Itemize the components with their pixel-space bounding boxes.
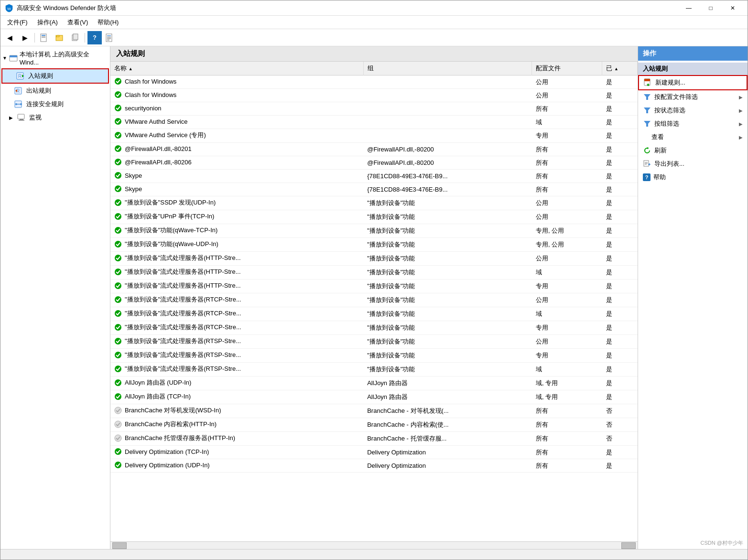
table-row[interactable]: VMware Authd Service (专用)专用是 <box>110 129 638 143</box>
table-container[interactable]: 名称 ▲ 组 配置文件 已 ▲ Clash for Windows公用是 Cla… <box>110 62 638 541</box>
scroll-right[interactable] <box>621 542 636 549</box>
svg-point-23 <box>15 103 17 105</box>
menu-help[interactable]: 帮助(H) <box>93 16 123 29</box>
table-row[interactable]: Delivery Optimization (TCP-In)Delivery O… <box>110 446 638 459</box>
sidebar-item-monitor[interactable]: ▶ 监视 <box>0 111 110 124</box>
filter-profile-label: 按配置文件筛选 <box>654 93 698 101</box>
table-row[interactable]: @FirewallAPI.dll,-80206@FirewallAPI.dll,… <box>110 156 638 170</box>
horizontal-scrollbar[interactable] <box>110 541 638 549</box>
table-row[interactable]: Skype{78E1CD88-49E3-476E-B9...所有是 <box>110 170 638 183</box>
table-row[interactable]: AllJoyn 路由器 (TCP-In)AllJoyn 路由器域, 专用是 <box>110 390 638 404</box>
right-panel-view[interactable]: 查看 ▶ <box>638 130 748 144</box>
table-row[interactable]: "播放到设备"流式处理服务器(HTTP-Stre..."播放到设备"功能专用是 <box>110 280 638 293</box>
svg-marker-63 <box>644 121 650 127</box>
sidebar-item-inbound[interactable]: R 入站规则 <box>1 68 109 84</box>
cell-enabled: 否 <box>602 432 638 446</box>
cell-group: Delivery Optimization <box>363 446 532 459</box>
table-row[interactable]: Clash for Windows公用是 <box>110 89 638 102</box>
table-row[interactable]: securityonion所有是 <box>110 102 638 116</box>
menu-file[interactable]: 文件(F) <box>2 16 33 29</box>
outbound-rule-icon: R <box>14 86 23 96</box>
cell-enabled: 是 <box>602 266 638 280</box>
right-panel-filter-status[interactable]: 按状态筛选 ▶ <box>638 104 748 117</box>
cell-name: BranchCache 对等机发现(WSD-In) <box>110 404 363 418</box>
view-label: 查看 <box>651 133 664 141</box>
table-row[interactable]: BranchCache 内容检索(HTTP-In)BranchCache - 内… <box>110 418 638 432</box>
table-row[interactable]: "播放到设备"流式处理服务器(RTCP-Stre..."播放到设备"功能公用是 <box>110 293 638 307</box>
export-label: 导出列表... <box>654 160 684 168</box>
right-panel-filter-profile[interactable]: 按配置文件筛选 ▶ <box>638 90 748 104</box>
col-name[interactable]: 名称 ▲ <box>110 62 363 75</box>
sidebar-item-connection[interactable]: 连接安全规则 <box>0 97 110 111</box>
cell-group: "播放到设备"功能 <box>363 307 532 321</box>
cell-profile: 专用, 公用 <box>532 238 602 252</box>
cell-profile: 所有 <box>532 156 602 170</box>
svg-point-29 <box>115 91 121 98</box>
table-row[interactable]: Clash for Windows公用是 <box>110 75 638 89</box>
table-row[interactable]: "播放到设备"SSDP 发现(UDP-In)"播放到设备"功能公用是 <box>110 196 638 210</box>
main-window: W 高级安全 Windows Defender 防火墙 — □ ✕ 文件(F) … <box>0 0 748 560</box>
col-profile[interactable]: 配置文件 <box>532 62 602 75</box>
table-row[interactable]: Skype{78E1CD88-49E3-476E-B9...所有是 <box>110 183 638 196</box>
table-row[interactable]: VMware Authd Service域是 <box>110 116 638 129</box>
scroll-left[interactable] <box>112 542 127 549</box>
right-panel-refresh[interactable]: 刷新 <box>638 144 748 157</box>
svg-rect-3 <box>42 36 45 37</box>
status-bar <box>0 549 748 560</box>
right-panel: 操作 入站规则 新建规则... <box>638 46 748 549</box>
table-row[interactable]: AllJoyn 路由器 (UDP-In)AllJoyn 路由器域, 专用是 <box>110 377 638 390</box>
right-panel-filter-group[interactable]: 按组筛选 ▶ <box>638 117 748 130</box>
cell-profile: 公用 <box>532 75 602 89</box>
maximize-button[interactable]: □ <box>700 0 722 16</box>
table-row[interactable]: "播放到设备"流式处理服务器(RTSP-Stre..."播放到设备"功能域是 <box>110 363 638 377</box>
toolbar-back[interactable]: ◀ <box>2 31 17 44</box>
right-panel-help[interactable]: ? 帮助 <box>638 171 748 184</box>
table-row[interactable]: "播放到设备"流式处理服务器(RTSP-Stre..."播放到设备"功能专用是 <box>110 349 638 363</box>
table-row[interactable]: BranchCache 托管缓存服务器(HTTP-In)BranchCache … <box>110 432 638 446</box>
table-row[interactable]: "播放到设备"流式处理服务器(RTCP-Stre..."播放到设备"功能专用是 <box>110 321 638 335</box>
table-row[interactable]: "播放到设备"功能(qWave-UDP-In)"播放到设备"功能专用, 公用是 <box>110 238 638 252</box>
table-row[interactable]: BranchCache 对等机发现(WSD-In)BranchCache - 对… <box>110 404 638 418</box>
table-row[interactable]: Delivery Optimization (UDP-In)Delivery O… <box>110 459 638 473</box>
col-enabled[interactable]: 已 ▲ <box>602 62 638 75</box>
table-row[interactable]: "播放到设备"流式处理服务器(RTSP-Stre..."播放到设备"功能公用是 <box>110 335 638 349</box>
cell-enabled: 否 <box>602 404 638 418</box>
svg-point-52 <box>115 407 121 414</box>
toolbar-properties[interactable] <box>103 31 117 44</box>
menu-action[interactable]: 操作(A) <box>33 16 63 29</box>
sidebar-root[interactable]: ▼ 本地计算机 上的高级安全 Wind... <box>0 48 110 68</box>
svg-rect-12 <box>107 40 109 41</box>
right-panel-export[interactable]: 导出列表... <box>638 157 748 171</box>
cell-enabled: 是 <box>602 446 638 459</box>
toolbar-forward[interactable]: ▶ <box>18 31 32 44</box>
svg-rect-10 <box>107 37 111 38</box>
cell-enabled: 是 <box>602 210 638 224</box>
toolbar-copy[interactable] <box>68 31 82 44</box>
col-group[interactable]: 组 <box>363 62 532 75</box>
minimize-button[interactable]: — <box>678 0 700 16</box>
svg-point-42 <box>115 269 121 275</box>
menu-view[interactable]: 查看(V) <box>63 16 93 29</box>
toolbar-open[interactable] <box>53 31 67 44</box>
cell-enabled: 是 <box>602 363 638 377</box>
toolbar-help[interactable]: ? <box>87 31 102 44</box>
svg-point-54 <box>115 435 121 442</box>
refresh-label: 刷新 <box>654 146 667 155</box>
table-row[interactable]: "播放到设备"流式处理服务器(HTTP-Stre..."播放到设备"功能域是 <box>110 266 638 280</box>
table-row[interactable]: @FirewallAPI.dll,-80201@FirewallAPI.dll,… <box>110 143 638 156</box>
cell-enabled: 是 <box>602 307 638 321</box>
cell-enabled: 是 <box>602 196 638 210</box>
close-button[interactable]: ✕ <box>722 0 744 16</box>
filter-status-arrow: ▶ <box>739 108 743 113</box>
svg-point-43 <box>115 282 121 289</box>
cell-group <box>363 116 532 129</box>
toolbar-new-policy[interactable] <box>37 31 52 44</box>
table-row[interactable]: "播放到设备"流式处理服务器(RTCP-Stre..."播放到设备"功能域是 <box>110 307 638 321</box>
table-row[interactable]: "播放到设备"UPnP 事件(TCP-In)"播放到设备"功能公用是 <box>110 210 638 224</box>
right-panel-new-rule[interactable]: 新建规则... <box>638 75 748 90</box>
sidebar-item-outbound[interactable]: R 出站规则 <box>0 84 110 97</box>
table-row[interactable]: "播放到设备"功能(qWave-TCP-In)"播放到设备"功能专用, 公用是 <box>110 224 638 238</box>
svg-text:R: R <box>18 74 22 79</box>
cell-name: "播放到设备"流式处理服务器(RTCP-Stre... <box>110 321 363 335</box>
table-row[interactable]: "播放到设备"流式处理服务器(HTTP-Stre..."播放到设备"功能公用是 <box>110 252 638 266</box>
